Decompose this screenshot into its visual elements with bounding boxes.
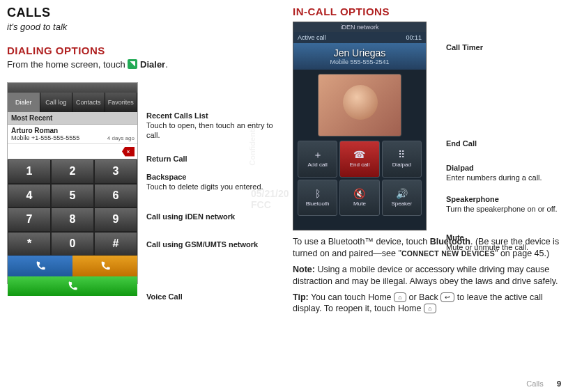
network-label: iDEN network: [293, 22, 426, 32]
key-4[interactable]: 4: [8, 184, 51, 208]
page-footer: Calls 9: [526, 379, 561, 388]
dialpad-button[interactable]: ⠿Dialpad: [382, 141, 422, 178]
action-label: Dialpad: [392, 162, 411, 168]
callout-desc: Touch to delete digits you entered.: [146, 182, 263, 191]
speaker-icon: 🔊: [396, 189, 408, 198]
key-9[interactable]: 9: [94, 207, 137, 232]
tab-contacts[interactable]: Contacts: [72, 93, 105, 112]
key-7[interactable]: 7: [8, 207, 51, 232]
tagline: it's good to talk: [7, 22, 279, 32]
intro-text-3: .: [165, 59, 168, 70]
back-key-icon: ↩: [440, 292, 454, 302]
home-key-icon: ⌂: [424, 304, 436, 313]
caller-info: Jen Uriegas Mobile 555-555-2541: [293, 43, 426, 70]
key-star[interactable]: *: [8, 232, 51, 256]
tab-call-log[interactable]: Call log: [40, 93, 73, 112]
callout-end-call: End Call: [446, 139, 477, 149]
calls-heading: Calls: [7, 6, 279, 20]
action-label: Mute: [353, 201, 366, 207]
callout-backspace: Backspace Touch to delete digits you ent…: [146, 173, 263, 192]
key-0[interactable]: 0: [51, 232, 94, 256]
callout-recent-list: Recent Calls List Touch to open, then to…: [146, 111, 279, 140]
plus-icon: ＋: [313, 150, 323, 159]
key-1[interactable]: 1: [8, 159, 51, 184]
bluetooth-icon: ᛒ: [315, 189, 321, 198]
left-column: Calls it's good to talk Dialing options …: [7, 6, 286, 319]
dialer-app-icon: [128, 59, 137, 69]
network-call-row: [8, 256, 137, 276]
keypad: 1 2 3 4 5 6 7 8 9 * 0 #: [8, 159, 137, 256]
callout-title: Return Call: [146, 155, 187, 163]
active-call-label: Active call: [298, 34, 326, 41]
recent-name: Arturo Roman: [11, 127, 134, 134]
callout-gsm: Call using GSM/UMTS network: [146, 240, 258, 250]
callout-speakerphone: SpeakerphoneTurn the speakerphone on or …: [446, 195, 558, 214]
voice-call-button[interactable]: [8, 276, 137, 296]
callout-mute: MuteMute or unmute the call.: [446, 233, 528, 253]
right-column: In-call options iDEN network Active call…: [286, 6, 561, 319]
call-gsm-button[interactable]: [72, 256, 137, 276]
dialer-screenshot: Dialer Call log Contacts Favorites Most …: [7, 82, 138, 284]
note-paragraph: Note: Using a mobile device or accessory…: [293, 264, 561, 288]
backspace-button[interactable]: ×: [122, 147, 135, 157]
callout-title: Recent Calls List: [146, 111, 208, 120]
tab-dialer[interactable]: Dialer: [8, 93, 40, 112]
phone-icon: [35, 260, 46, 272]
recent-ago: 4 days ago: [107, 135, 135, 141]
dialer-tabs: Dialer Call log Contacts Favorites: [8, 93, 137, 112]
action-label: End call: [350, 162, 369, 168]
callout-return-call: Return Call: [146, 155, 187, 164]
digit-display: ×: [8, 144, 137, 159]
callout-call-timer: Call Timer: [446, 43, 483, 53]
callout-title: Backspace: [146, 173, 187, 181]
call-iden-button[interactable]: [8, 256, 72, 276]
callout-voice-call: Voice Call: [146, 292, 183, 302]
add-call-button[interactable]: ＋Add call: [298, 141, 337, 178]
speaker-button[interactable]: 🔊Speaker: [382, 180, 422, 217]
caller-name: Jen Uriegas: [293, 47, 426, 58]
key-6[interactable]: 6: [94, 184, 137, 208]
phone-icon: [100, 260, 111, 272]
mute-icon: 🔇: [353, 189, 365, 198]
intro-text-1: From the home screen, touch: [7, 59, 128, 70]
end-call-button[interactable]: ☎End call: [339, 141, 379, 178]
callout-title: Voice Call: [146, 292, 183, 301]
key-hash[interactable]: #: [94, 232, 137, 256]
key-3[interactable]: 3: [94, 159, 137, 184]
callout-title: Call using GSM/UMTS network: [146, 240, 258, 249]
dialing-options-heading: Dialing options: [7, 45, 279, 56]
caller-number: Mobile 555-555-2541: [293, 58, 426, 65]
callout-title: Call using iDEN network: [146, 212, 235, 221]
key-8[interactable]: 8: [51, 207, 94, 232]
status-bar: [8, 83, 137, 93]
intro-dialer-word: Dialer: [140, 59, 165, 70]
call-status-bar: Active call 00:11: [293, 32, 426, 43]
bluetooth-button[interactable]: ᛒBluetooth: [298, 180, 337, 217]
key-2[interactable]: 2: [51, 159, 94, 184]
tip-paragraph: Tip: You can touch Home ⌂ or Back ↩ to l…: [293, 292, 561, 315]
incall-screenshot: iDEN network Active call 00:11 Jen Urieg…: [293, 22, 427, 230]
dialpad-icon: ⠿: [398, 150, 405, 159]
footer-section: Calls: [526, 379, 543, 388]
action-label: Bluetooth: [306, 201, 330, 207]
callout-iden: Call using iDEN network: [146, 212, 235, 222]
most-recent-header: Most Recent: [8, 112, 137, 125]
action-label: Add call: [307, 162, 327, 168]
action-label: Speaker: [391, 201, 412, 207]
page-number: 9: [557, 379, 561, 388]
mute-button[interactable]: 🔇Mute: [339, 180, 379, 217]
callout-dialpad: DialpadEnter numbers during a call.: [446, 164, 542, 183]
hangup-icon: ☎: [353, 150, 365, 159]
dialing-intro: From the home screen, touch Dialer.: [7, 59, 279, 70]
phone-icon: [67, 281, 78, 292]
incall-options-heading: In-call options: [293, 6, 561, 17]
in-call-actions: ＋Add call ☎End call ⠿Dialpad ᛒBluetooth …: [298, 141, 422, 216]
callout-desc: Touch to open, then touch an entry to ca…: [146, 121, 273, 139]
contact-photo: [318, 74, 401, 136]
home-key-icon: ⌂: [394, 292, 406, 302]
recent-call-entry[interactable]: Arturo Roman Mobile +1-555-555-5555 4 da…: [8, 125, 137, 144]
tab-favorites[interactable]: Favorites: [105, 93, 138, 112]
call-timer: 00:11: [406, 34, 422, 41]
key-5[interactable]: 5: [51, 184, 94, 208]
